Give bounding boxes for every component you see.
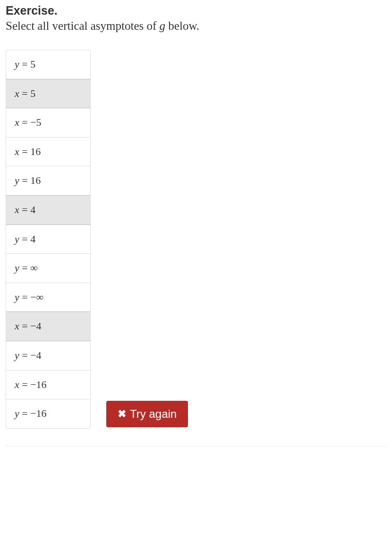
option-value: 16 <box>30 174 41 186</box>
option-value: −4 <box>30 320 41 332</box>
option-variable: y <box>15 233 19 245</box>
option-variable: x <box>15 146 19 157</box>
exercise-prompt: Select all vertical asymptotes of g belo… <box>6 19 386 33</box>
option-value: 5 <box>30 87 35 99</box>
option-item[interactable]: y = −16 <box>6 399 90 428</box>
prompt-prefix: Select all vertical asymptotes of <box>6 19 160 32</box>
option-value: 4 <box>30 233 35 245</box>
option-variable: y <box>15 291 19 303</box>
option-item[interactable]: y = −4 <box>6 341 90 370</box>
option-item[interactable]: y = 16 <box>6 166 90 195</box>
option-item[interactable]: x = −16 <box>6 370 90 399</box>
option-item[interactable]: x = 16 <box>6 137 90 166</box>
option-value: −16 <box>30 407 46 419</box>
try-again-button[interactable]: ✖ Try again <box>106 401 188 427</box>
option-variable: y <box>15 407 19 419</box>
option-variable: y <box>15 174 19 186</box>
option-value: −5 <box>30 116 41 128</box>
option-variable: x <box>15 87 19 99</box>
try-again-label: Try again <box>130 407 177 421</box>
option-value: 4 <box>30 204 35 216</box>
option-item[interactable]: y = ∞ <box>6 253 90 283</box>
exercise-heading: Exercise. <box>6 4 386 17</box>
option-item[interactable]: x = −5 <box>6 108 90 137</box>
option-item[interactable]: y = 4 <box>6 225 90 254</box>
option-variable: y <box>15 349 19 361</box>
prompt-suffix: below. <box>165 19 199 32</box>
option-value: 16 <box>30 146 41 157</box>
option-variable: y <box>15 58 19 70</box>
option-variable: x <box>15 320 19 332</box>
close-icon: ✖ <box>118 409 126 419</box>
option-variable: x <box>15 116 19 128</box>
options-list: y = 5x = 5x = −5x = 16y = 16x = 4y = 4y … <box>6 50 91 429</box>
option-value: 5 <box>30 58 35 70</box>
option-value: −∞ <box>30 291 43 303</box>
option-item[interactable]: x = −4 <box>6 311 90 341</box>
divider <box>6 446 386 446</box>
option-variable: y <box>15 262 19 274</box>
option-variable: x <box>15 379 19 390</box>
prompt-var: g <box>160 19 166 32</box>
option-variable: x <box>15 204 19 216</box>
option-item[interactable]: y = −∞ <box>6 283 90 312</box>
option-item[interactable]: x = 5 <box>6 79 90 108</box>
option-item[interactable]: y = 5 <box>6 50 90 79</box>
option-value: ∞ <box>30 262 38 274</box>
option-value: −16 <box>30 379 46 390</box>
option-item[interactable]: x = 4 <box>6 195 90 225</box>
option-value: −4 <box>30 349 41 361</box>
